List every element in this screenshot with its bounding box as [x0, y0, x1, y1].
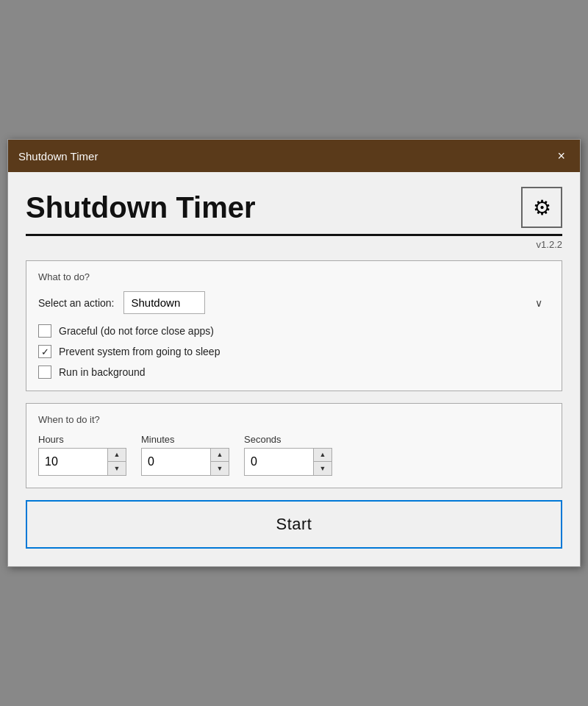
settings-button[interactable]: ⚙: [521, 187, 562, 228]
hours-label: Hours: [38, 434, 126, 445]
action-row: Select an action: Shutdown Restart Hiber…: [38, 291, 550, 314]
hours-spinner-buttons: ▲ ▼: [107, 449, 126, 475]
background-checkbox-row: Run in background: [38, 366, 550, 379]
minutes-up-button[interactable]: ▲: [211, 449, 229, 462]
graceful-label: Graceful (do not force close apps): [59, 325, 214, 337]
what-section-label: What to do?: [38, 271, 550, 282]
prevent-sleep-checkbox-row: ✓ Prevent system from going to sleep: [38, 345, 550, 358]
action-label: Select an action:: [38, 297, 115, 309]
minutes-spinner: ▲ ▼: [141, 448, 229, 476]
seconds-spinner: ▲ ▼: [244, 448, 332, 476]
prevent-sleep-checkbox[interactable]: ✓: [38, 345, 51, 358]
prevent-sleep-checkmark: ✓: [41, 347, 49, 357]
seconds-field: Seconds ▲ ▼: [244, 434, 332, 476]
start-button[interactable]: Start: [26, 500, 562, 549]
when-section-label: When to do it?: [38, 414, 550, 425]
time-section: Hours ▲ ▼ Minutes ▲: [38, 434, 550, 476]
version-label: v1.2.2: [26, 239, 562, 250]
background-checkbox[interactable]: [38, 366, 51, 379]
header-divider: [26, 234, 562, 236]
gear-icon: ⚙: [533, 196, 551, 220]
hours-down-button[interactable]: ▼: [108, 462, 126, 475]
hours-up-button[interactable]: ▲: [108, 449, 126, 462]
minutes-label: Minutes: [141, 434, 229, 445]
app-window: Shutdown Timer × Shutdown Timer ⚙ v1.2.2…: [7, 139, 581, 567]
titlebar-title: Shutdown Timer: [18, 150, 98, 163]
seconds-spinner-buttons: ▲ ▼: [313, 449, 331, 475]
hours-spinner: ▲ ▼: [38, 448, 126, 476]
action-select-wrapper: Shutdown Restart Hibernate Sleep Lock Lo…: [123, 291, 550, 314]
seconds-down-button[interactable]: ▼: [314, 462, 331, 475]
hours-field: Hours ▲ ▼: [38, 434, 126, 476]
app-title: Shutdown Timer: [26, 191, 256, 224]
minutes-down-button[interactable]: ▼: [211, 462, 229, 475]
seconds-up-button[interactable]: ▲: [314, 449, 331, 462]
minutes-spinner-buttons: ▲ ▼: [210, 449, 229, 475]
action-select[interactable]: Shutdown Restart Hibernate Sleep Lock Lo…: [123, 291, 205, 314]
close-button[interactable]: ×: [553, 148, 570, 164]
when-section: When to do it? Hours ▲ ▼ Minutes: [26, 403, 562, 488]
background-label: Run in background: [59, 366, 146, 378]
minutes-field: Minutes ▲ ▼: [141, 434, 229, 476]
content-area: Shutdown Timer ⚙ v1.2.2 What to do? Sele…: [8, 172, 580, 566]
seconds-label: Seconds: [244, 434, 332, 445]
hours-input[interactable]: [39, 449, 107, 475]
what-section: What to do? Select an action: Shutdown R…: [26, 260, 562, 391]
titlebar: Shutdown Timer ×: [8, 140, 580, 172]
prevent-sleep-label: Prevent system from going to sleep: [59, 346, 220, 357]
app-header: Shutdown Timer ⚙: [26, 187, 562, 228]
seconds-input[interactable]: [245, 449, 313, 475]
minutes-input[interactable]: [142, 449, 210, 475]
graceful-checkbox[interactable]: [38, 324, 51, 338]
graceful-checkbox-row: Graceful (do not force close apps): [38, 324, 550, 338]
